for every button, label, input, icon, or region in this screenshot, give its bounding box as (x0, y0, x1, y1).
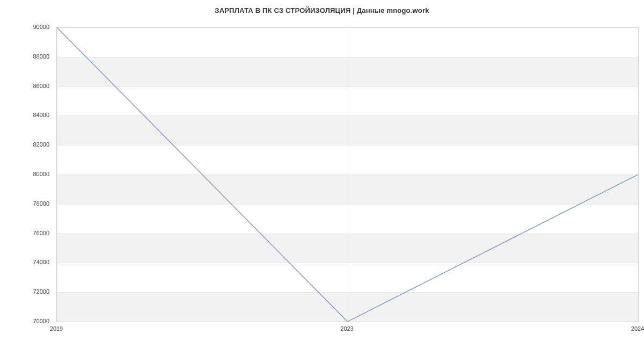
series-line (57, 27, 638, 322)
y-tick-label: 82000 (33, 141, 49, 148)
plot-area (56, 27, 639, 322)
x-tick-label: 2024 (631, 325, 644, 332)
y-axis: 7000072000740007600078000800008200084000… (0, 27, 54, 322)
x-tick-label: 2019 (50, 325, 63, 332)
y-tick-label: 70000 (33, 318, 49, 324)
y-tick-label: 76000 (33, 230, 49, 236)
chart-container: ЗАРПЛАТА В ПК СЗ СТРОЙИЗОЛЯЦИЯ | Данные … (0, 0, 644, 349)
x-tick-label: 2023 (340, 325, 353, 332)
y-tick-label: 88000 (33, 53, 49, 60)
x-axis: 201920232024 (56, 322, 639, 338)
y-tick-label: 80000 (33, 171, 49, 177)
y-tick-label: 74000 (33, 259, 49, 265)
chart-title: ЗАРПЛАТА В ПК СЗ СТРОЙИЗОЛЯЦИЯ | Данные … (0, 6, 644, 14)
y-tick-label: 86000 (33, 83, 49, 89)
x-gridline (638, 27, 639, 322)
y-tick-label: 78000 (33, 200, 49, 207)
line-svg (57, 27, 638, 322)
y-tick-label: 90000 (33, 24, 49, 30)
y-tick-label: 84000 (33, 112, 49, 118)
y-tick-label: 72000 (33, 288, 49, 295)
